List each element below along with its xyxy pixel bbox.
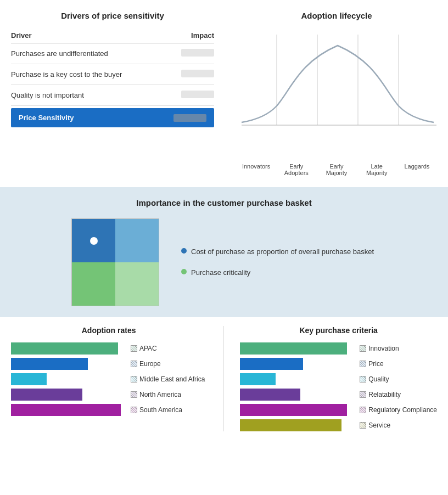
bar-label: North America (131, 391, 181, 398)
impact-value (167, 85, 214, 106)
lifecycle-svg (236, 29, 439, 139)
bar-container (240, 419, 355, 431)
bar-container (11, 342, 126, 355)
drivers-panel: Drivers of price sensitivity Driver Impa… (0, 5, 225, 182)
middle-title: Importance in the customer purchase bask… (16, 198, 432, 207)
impact-badge (181, 91, 214, 98)
hatch-icon (360, 345, 366, 352)
bar-row: Europe (11, 358, 206, 370)
bar-container (240, 373, 355, 385)
bar-row: North America (11, 389, 206, 401)
hatch-icon (360, 407, 366, 413)
hatch-icon (131, 361, 137, 367)
bar (240, 404, 347, 416)
bar-container (240, 342, 355, 355)
adoption-rates-chart: APAC Europe Middle East and Africa (11, 342, 206, 416)
price-sensitivity-label: Price Sensitivity (19, 114, 74, 122)
bar-label: Quality (360, 375, 389, 383)
bar-row: APAC (11, 342, 206, 355)
bottom-section: Adoption rates APAC Europe Mid (0, 317, 448, 437)
col-impact: Impact (167, 29, 214, 43)
table-row: Purchases are undifferentiated (11, 43, 214, 64)
lifecycle-chart (236, 29, 437, 161)
bar-row: Regulatory Compliance (240, 404, 437, 416)
hatch-icon (131, 345, 137, 352)
bar-container (11, 404, 126, 416)
bar (240, 358, 303, 370)
bar (240, 373, 276, 385)
key-purchase-panel: Key purchase criteria Innovation Price (234, 326, 443, 431)
bar-row: Middle East and Africa (11, 373, 206, 385)
drivers-title: Drivers of price sensitivity (11, 11, 214, 20)
bar (11, 389, 82, 401)
bar-row: Relatability (240, 389, 437, 401)
bar-label: Europe (131, 360, 161, 368)
impact-value (167, 43, 214, 64)
hatch-icon (360, 361, 366, 367)
lifecycle-label: Early Majority (317, 163, 356, 176)
quadrant-box (71, 218, 159, 306)
driver-name: Quality is not important (11, 85, 167, 106)
bar (240, 342, 347, 355)
bar-label: South America (131, 406, 182, 414)
col-driver: Driver (11, 29, 167, 43)
key-purchase-title: Key purchase criteria (240, 326, 437, 335)
middle-section: Importance in the customer purchase bask… (0, 187, 448, 317)
quadrant-dot (90, 237, 98, 245)
lifecycle-label: Early Adopters (277, 163, 316, 176)
bar-container (11, 389, 126, 401)
bar (11, 404, 121, 416)
quadrant-top-right (115, 219, 159, 262)
quadrant-bottom-right (115, 262, 159, 306)
top-section: Drivers of price sensitivity Driver Impa… (0, 0, 448, 187)
adoption-rates-panel: Adoption rates APAC Europe Mid (5, 326, 212, 431)
legend-item: Cost of purchase as proportion of overal… (181, 247, 374, 257)
price-sensitivity-value (173, 114, 206, 122)
bar-label: Innovation (360, 345, 399, 352)
bar-row: South America (11, 404, 206, 416)
bar-row: Price (240, 358, 437, 370)
bar (11, 342, 118, 355)
quadrant-bottom-left (72, 262, 115, 306)
key-purchase-chart: Innovation Price Quality (240, 342, 437, 431)
hatch-icon (131, 407, 137, 413)
legend-items: Cost of purchase as proportion of overal… (181, 247, 374, 278)
bar-label: APAC (131, 345, 157, 352)
bar-label: Regulatory Compliance (360, 406, 437, 414)
bar-container (11, 358, 126, 370)
hatch-icon (360, 422, 366, 429)
bar-row: Quality (240, 373, 437, 385)
hatch-icon (131, 376, 137, 383)
impact-badge (181, 49, 214, 57)
driver-name: Purchase is a key cost to the buyer (11, 64, 167, 85)
bar (240, 389, 300, 401)
adoption-title: Adoption lifecycle (236, 11, 437, 20)
legend-text: Cost of purchase as proportion of overal… (191, 247, 374, 257)
lifecycle-label: Late Majority (357, 163, 396, 176)
bar-label: Middle East and Africa (131, 375, 205, 383)
lifecycle-label: Laggards (397, 163, 436, 176)
adoption-panel: Adoption lifecycle InnovatorsEarly Adopt… (225, 5, 448, 182)
quadrant-top-left (72, 219, 115, 262)
bar-row: Service (240, 419, 437, 431)
lifecycle-label: Innovators (237, 163, 276, 176)
bar (240, 419, 341, 431)
bar-container (11, 373, 126, 385)
middle-content: Cost of purchase as proportion of overal… (16, 218, 432, 306)
impact-badge (181, 70, 214, 77)
legend-item: Purchase criticality (181, 268, 374, 278)
legend-text: Purchase criticality (191, 268, 250, 278)
bar-label: Price (360, 360, 383, 368)
hatch-icon (360, 376, 366, 383)
driver-table: Driver Impact Purchases are undifferenti… (11, 29, 214, 106)
adoption-rates-title: Adoption rates (11, 326, 206, 335)
bar-container (240, 358, 355, 370)
hatch-icon (360, 391, 366, 398)
bar-container (240, 404, 355, 416)
bar (11, 358, 88, 370)
lifecycle-labels: InnovatorsEarly AdoptersEarly MajorityLa… (236, 163, 437, 176)
price-sensitivity-row: Price Sensitivity (11, 108, 214, 127)
driver-name: Purchases are undifferentiated (11, 43, 167, 64)
table-row: Purchase is a key cost to the buyer (11, 64, 214, 85)
bar-row: Innovation (240, 342, 437, 355)
